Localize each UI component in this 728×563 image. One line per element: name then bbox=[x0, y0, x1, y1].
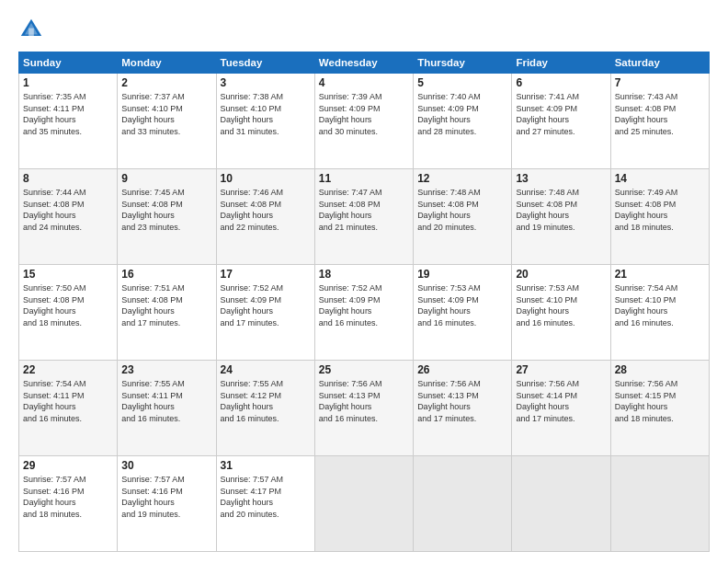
day-number: 16 bbox=[121, 268, 211, 281]
day-number: 4 bbox=[319, 76, 409, 89]
day-info: Sunrise: 7:56 AMSunset: 4:13 PMDaylight … bbox=[417, 379, 481, 423]
empty-cell bbox=[512, 456, 610, 552]
logo bbox=[18, 17, 48, 42]
day-number: 25 bbox=[319, 363, 409, 376]
day-cell-11: 11 Sunrise: 7:47 AMSunset: 4:08 PMDaylig… bbox=[314, 169, 413, 265]
week-row-1: 1 Sunrise: 7:35 AMSunset: 4:11 PMDayligh… bbox=[19, 74, 710, 169]
day-info: Sunrise: 7:49 AMSunset: 4:08 PMDaylight … bbox=[615, 188, 678, 232]
header-row: SundayMondayTuesdayWednesdayThursdayFrid… bbox=[19, 52, 710, 74]
day-info: Sunrise: 7:35 AMSunset: 4:11 PMDaylight … bbox=[23, 92, 86, 136]
day-cell-8: 8 Sunrise: 7:44 AMSunset: 4:08 PMDayligh… bbox=[19, 169, 118, 265]
logo-icon bbox=[18, 17, 44, 42]
day-info: Sunrise: 7:43 AMSunset: 4:08 PMDaylight … bbox=[615, 92, 678, 136]
day-info: Sunrise: 7:48 AMSunset: 4:08 PMDaylight … bbox=[516, 188, 579, 232]
day-info: Sunrise: 7:50 AMSunset: 4:08 PMDaylight … bbox=[23, 283, 86, 327]
day-cell-14: 14 Sunrise: 7:49 AMSunset: 4:08 PMDaylig… bbox=[610, 169, 709, 265]
day-cell-26: 26 Sunrise: 7:56 AMSunset: 4:13 PMDaylig… bbox=[414, 361, 512, 456]
day-number: 30 bbox=[121, 459, 211, 472]
day-number: 21 bbox=[615, 268, 705, 281]
day-info: Sunrise: 7:41 AMSunset: 4:09 PMDaylight … bbox=[516, 92, 579, 136]
day-number: 29 bbox=[23, 459, 113, 472]
day-info: Sunrise: 7:56 AMSunset: 4:15 PMDaylight … bbox=[615, 379, 678, 423]
calendar-table: SundayMondayTuesdayWednesdayThursdayFrid… bbox=[18, 52, 710, 552]
col-header-saturday: Saturday bbox=[610, 52, 709, 74]
day-cell-22: 22 Sunrise: 7:54 AMSunset: 4:11 PMDaylig… bbox=[19, 361, 118, 456]
col-header-monday: Monday bbox=[118, 52, 216, 74]
day-info: Sunrise: 7:52 AMSunset: 4:09 PMDaylight … bbox=[319, 283, 382, 327]
day-cell-1: 1 Sunrise: 7:35 AMSunset: 4:11 PMDayligh… bbox=[19, 74, 118, 169]
col-header-friday: Friday bbox=[512, 52, 610, 74]
day-info: Sunrise: 7:39 AMSunset: 4:09 PMDaylight … bbox=[319, 92, 382, 136]
day-number: 6 bbox=[516, 76, 606, 89]
empty-cell bbox=[414, 456, 512, 552]
day-info: Sunrise: 7:57 AMSunset: 4:17 PMDaylight … bbox=[221, 475, 284, 519]
day-number: 28 bbox=[615, 363, 705, 376]
day-number: 5 bbox=[417, 76, 507, 89]
day-cell-4: 4 Sunrise: 7:39 AMSunset: 4:09 PMDayligh… bbox=[314, 74, 413, 169]
day-info: Sunrise: 7:57 AMSunset: 4:16 PMDaylight … bbox=[121, 475, 185, 519]
day-number: 3 bbox=[221, 76, 311, 89]
day-number: 13 bbox=[516, 172, 606, 185]
day-number: 18 bbox=[319, 268, 409, 281]
day-info: Sunrise: 7:55 AMSunset: 4:12 PMDaylight … bbox=[221, 379, 284, 423]
day-info: Sunrise: 7:53 AMSunset: 4:10 PMDaylight … bbox=[516, 283, 579, 327]
col-header-tuesday: Tuesday bbox=[216, 52, 314, 74]
day-cell-6: 6 Sunrise: 7:41 AMSunset: 4:09 PMDayligh… bbox=[512, 74, 610, 169]
day-cell-18: 18 Sunrise: 7:52 AMSunset: 4:09 PMDaylig… bbox=[314, 265, 413, 361]
week-row-3: 15 Sunrise: 7:50 AMSunset: 4:08 PMDaylig… bbox=[19, 265, 710, 361]
day-number: 27 bbox=[516, 363, 606, 376]
day-number: 23 bbox=[121, 363, 211, 376]
svg-rect-2 bbox=[28, 29, 34, 36]
day-cell-25: 25 Sunrise: 7:56 AMSunset: 4:13 PMDaylig… bbox=[314, 361, 413, 456]
col-header-wednesday: Wednesday bbox=[314, 52, 413, 74]
day-cell-3: 3 Sunrise: 7:38 AMSunset: 4:10 PMDayligh… bbox=[216, 74, 314, 169]
day-info: Sunrise: 7:37 AMSunset: 4:10 PMDaylight … bbox=[121, 92, 185, 136]
day-cell-5: 5 Sunrise: 7:40 AMSunset: 4:09 PMDayligh… bbox=[414, 74, 512, 169]
day-cell-17: 17 Sunrise: 7:52 AMSunset: 4:09 PMDaylig… bbox=[216, 265, 314, 361]
day-cell-30: 30 Sunrise: 7:57 AMSunset: 4:16 PMDaylig… bbox=[118, 456, 216, 552]
day-cell-16: 16 Sunrise: 7:51 AMSunset: 4:08 PMDaylig… bbox=[118, 265, 216, 361]
day-info: Sunrise: 7:57 AMSunset: 4:16 PMDaylight … bbox=[23, 475, 86, 519]
day-cell-31: 31 Sunrise: 7:57 AMSunset: 4:17 PMDaylig… bbox=[216, 456, 314, 552]
day-info: Sunrise: 7:47 AMSunset: 4:08 PMDaylight … bbox=[319, 188, 382, 232]
day-number: 20 bbox=[516, 268, 606, 281]
day-cell-21: 21 Sunrise: 7:54 AMSunset: 4:10 PMDaylig… bbox=[610, 265, 709, 361]
day-number: 11 bbox=[319, 172, 409, 185]
day-cell-28: 28 Sunrise: 7:56 AMSunset: 4:15 PMDaylig… bbox=[610, 361, 709, 456]
day-number: 9 bbox=[121, 172, 211, 185]
day-info: Sunrise: 7:45 AMSunset: 4:08 PMDaylight … bbox=[121, 188, 185, 232]
day-number: 31 bbox=[221, 459, 311, 472]
week-row-5: 29 Sunrise: 7:57 AMSunset: 4:16 PMDaylig… bbox=[19, 456, 710, 552]
header bbox=[18, 17, 710, 42]
day-cell-24: 24 Sunrise: 7:55 AMSunset: 4:12 PMDaylig… bbox=[216, 361, 314, 456]
day-number: 1 bbox=[23, 76, 113, 89]
day-cell-19: 19 Sunrise: 7:53 AMSunset: 4:09 PMDaylig… bbox=[414, 265, 512, 361]
day-cell-2: 2 Sunrise: 7:37 AMSunset: 4:10 PMDayligh… bbox=[118, 74, 216, 169]
day-info: Sunrise: 7:51 AMSunset: 4:08 PMDaylight … bbox=[121, 283, 185, 327]
day-number: 8 bbox=[23, 172, 113, 185]
page: SundayMondayTuesdayWednesdayThursdayFrid… bbox=[0, 0, 728, 563]
day-cell-20: 20 Sunrise: 7:53 AMSunset: 4:10 PMDaylig… bbox=[512, 265, 610, 361]
col-header-sunday: Sunday bbox=[19, 52, 118, 74]
day-cell-23: 23 Sunrise: 7:55 AMSunset: 4:11 PMDaylig… bbox=[118, 361, 216, 456]
day-cell-27: 27 Sunrise: 7:56 AMSunset: 4:14 PMDaylig… bbox=[512, 361, 610, 456]
day-number: 14 bbox=[615, 172, 705, 185]
day-info: Sunrise: 7:52 AMSunset: 4:09 PMDaylight … bbox=[221, 283, 284, 327]
day-number: 12 bbox=[417, 172, 507, 185]
day-number: 22 bbox=[23, 363, 113, 376]
day-number: 26 bbox=[417, 363, 507, 376]
day-info: Sunrise: 7:38 AMSunset: 4:10 PMDaylight … bbox=[221, 92, 284, 136]
week-row-4: 22 Sunrise: 7:54 AMSunset: 4:11 PMDaylig… bbox=[19, 361, 710, 456]
day-info: Sunrise: 7:56 AMSunset: 4:13 PMDaylight … bbox=[319, 379, 382, 423]
day-cell-7: 7 Sunrise: 7:43 AMSunset: 4:08 PMDayligh… bbox=[610, 74, 709, 169]
day-info: Sunrise: 7:48 AMSunset: 4:08 PMDaylight … bbox=[417, 188, 481, 232]
day-cell-29: 29 Sunrise: 7:57 AMSunset: 4:16 PMDaylig… bbox=[19, 456, 118, 552]
week-row-2: 8 Sunrise: 7:44 AMSunset: 4:08 PMDayligh… bbox=[19, 169, 710, 265]
day-info: Sunrise: 7:54 AMSunset: 4:11 PMDaylight … bbox=[23, 379, 86, 423]
day-cell-15: 15 Sunrise: 7:50 AMSunset: 4:08 PMDaylig… bbox=[19, 265, 118, 361]
day-info: Sunrise: 7:54 AMSunset: 4:10 PMDaylight … bbox=[615, 283, 678, 327]
day-info: Sunrise: 7:40 AMSunset: 4:09 PMDaylight … bbox=[417, 92, 481, 136]
day-cell-13: 13 Sunrise: 7:48 AMSunset: 4:08 PMDaylig… bbox=[512, 169, 610, 265]
day-cell-10: 10 Sunrise: 7:46 AMSunset: 4:08 PMDaylig… bbox=[216, 169, 314, 265]
day-number: 24 bbox=[221, 363, 311, 376]
